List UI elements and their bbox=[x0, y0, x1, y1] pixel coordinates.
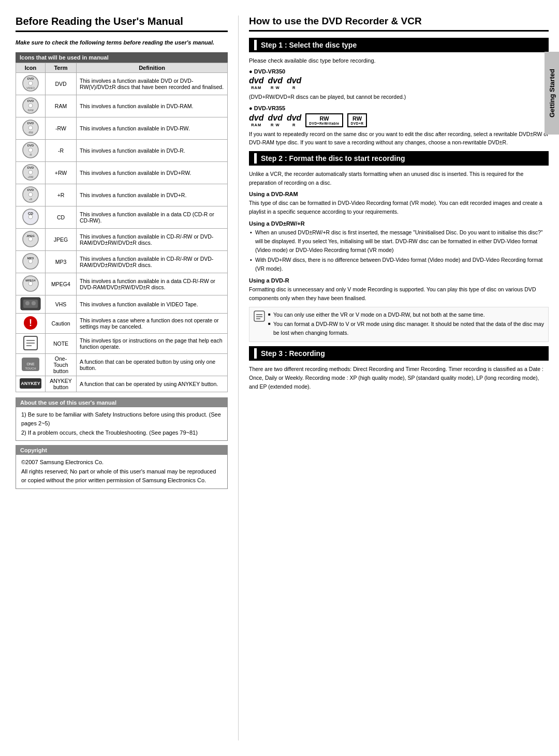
svg-text:+R: +R bbox=[29, 198, 33, 201]
table-row: MP3 MP3 This involves a function availab… bbox=[16, 250, 228, 273]
table-row: ANYKEY ANYKEY button A function that can… bbox=[16, 376, 228, 392]
list-item: With DVD+RW discs, there is no differenc… bbox=[249, 256, 549, 273]
def-cell: A function that can be operated button b… bbox=[77, 353, 228, 376]
about-item-2: 2) If a problem occurs, check the Troubl… bbox=[21, 428, 222, 438]
step2-heading: Step 2 : Format the disc to start record… bbox=[249, 151, 549, 166]
svg-point-28 bbox=[28, 237, 33, 241]
icon-cell: DVD-RW bbox=[16, 117, 46, 139]
dvd-vr350-label: ● DVD-VR350 bbox=[249, 68, 549, 75]
rw-box-1: RW DVD+ReWritable bbox=[305, 113, 343, 127]
table-row: DVD-R -R This involves a function availa… bbox=[16, 139, 228, 161]
copyright-box: Copyright ©2007 Samsung Electronics Co.A… bbox=[16, 445, 228, 489]
dvd355-r-sub: R bbox=[292, 123, 296, 127]
dvd-vr350-note: (DVD+RW/DVD+R discs can be played, but c… bbox=[249, 93, 549, 101]
dvd355-r-logo: dvd R bbox=[287, 114, 301, 127]
step1-body: If you want to repeatedly record on the … bbox=[249, 130, 549, 147]
icons-table-header: Icons that will be used in manual bbox=[16, 52, 228, 63]
dvd-rw-sub: R W bbox=[271, 85, 280, 90]
svg-text:ANYKEY: ANYKEY bbox=[21, 381, 40, 386]
term-cell: RAM bbox=[46, 95, 77, 117]
term-cell: DVD bbox=[46, 72, 77, 95]
step1-label: Step 1 : Select the disc type bbox=[261, 41, 357, 49]
dvd-r-logo: dvd R bbox=[287, 77, 301, 90]
svg-text:+RW: +RW bbox=[27, 175, 33, 179]
icon-table: Icon Term Definition DVDVIDEO DVD This i… bbox=[16, 63, 228, 392]
dvd355-ram-sub: RAM bbox=[251, 123, 261, 127]
dvd-ram-logo: dvd RAM bbox=[249, 77, 263, 90]
svg-text:RAM: RAM bbox=[27, 109, 33, 112]
left-title: Before Reading the User's Manual bbox=[16, 16, 228, 32]
table-row: DVD+RW +RW This involves a function avai… bbox=[16, 161, 228, 184]
svg-text:MPEG4: MPEG4 bbox=[25, 279, 36, 282]
dvd355-rw-text: dvd bbox=[268, 114, 282, 122]
table-row: MPEG4 MPEG4 This involves a function ava… bbox=[16, 273, 228, 295]
step1-subtext: Please check available disc type before … bbox=[249, 56, 549, 65]
term-cell: MPEG4 bbox=[46, 273, 77, 295]
dvd-vr350-logos: dvd RAM dvd R W dvd R bbox=[249, 77, 549, 90]
svg-text:-R: -R bbox=[29, 153, 32, 156]
svg-point-9 bbox=[28, 126, 33, 130]
step3-label: Step 3 : Recording bbox=[261, 349, 325, 358]
dvd-rw-text: dvd bbox=[268, 77, 282, 85]
step2-bar bbox=[254, 153, 257, 164]
term-cell: NOTE bbox=[46, 333, 77, 353]
italic-note: Make sure to check the following terms b… bbox=[16, 38, 228, 47]
def-cell: This involves a function available in VI… bbox=[77, 295, 228, 313]
svg-point-34 bbox=[28, 281, 33, 286]
list-item: You can only use either the VR or V mode… bbox=[268, 310, 544, 319]
icon-cell: DVDVIDEO bbox=[16, 72, 46, 95]
dvd-vr355-logos: dvd RAM dvd R W dvd R RW DVD+ReWritable … bbox=[249, 113, 549, 127]
dvd355-r-box-logo: RW DVD+R bbox=[347, 113, 367, 127]
term-cell: VHS bbox=[46, 295, 77, 313]
def-cell: This involves a function available in CD… bbox=[77, 228, 228, 250]
svg-point-13 bbox=[28, 148, 33, 152]
dvd-rw-logo: dvd R W bbox=[268, 77, 282, 90]
using-dvdr-title: Using a DVD-R bbox=[249, 277, 549, 284]
term-cell: Caution bbox=[46, 313, 77, 333]
icon-cell bbox=[16, 333, 46, 353]
list-item: You can format a DVD-RW to V or VR mode … bbox=[268, 320, 544, 337]
note-box: You can only use either the VR or V mode… bbox=[249, 307, 549, 342]
icon-cell: DVD-R bbox=[16, 139, 46, 161]
using-dvdram-title: Using a DVD-RAM bbox=[249, 191, 549, 197]
svg-text:!: ! bbox=[29, 318, 32, 328]
col-definition: Definition bbox=[77, 63, 228, 72]
icon-cell: MPEG4 bbox=[16, 273, 46, 295]
def-cell: A function that can be operated by using… bbox=[77, 376, 228, 392]
note-icon bbox=[254, 310, 265, 324]
step2-intro: Unlike a VCR, the recorder automatically… bbox=[249, 170, 549, 187]
table-row: DVD-RW -RW This involves a function avai… bbox=[16, 117, 228, 139]
side-tab: Getting Started bbox=[545, 52, 559, 135]
using-dvdram-text: This type of disc can be formatted in DV… bbox=[249, 199, 549, 216]
svg-text:MP3: MP3 bbox=[27, 257, 34, 260]
icon-cell: MP3 bbox=[16, 250, 46, 273]
rw-sub-1: DVD+ReWritable bbox=[309, 122, 339, 125]
list-item: When an unused DVD±RW/+R disc is first i… bbox=[249, 228, 549, 254]
rw-sub-2: DVD+R bbox=[351, 122, 364, 125]
svg-text:CD: CD bbox=[28, 212, 33, 215]
svg-point-1 bbox=[28, 81, 33, 85]
svg-text:DVD: DVD bbox=[27, 166, 34, 169]
dvd-ram-sub: RAM bbox=[251, 85, 261, 90]
def-cell: This involves a function available in DV… bbox=[77, 139, 228, 161]
using-dvdr-text: Formatting disc is unnecessary and only … bbox=[249, 285, 549, 303]
def-cell: This involves a function available in DV… bbox=[77, 184, 228, 206]
copyright-text: ©2007 Samsung Electronics Co.All rights … bbox=[21, 458, 222, 485]
table-row: ONETOUCH One-Touch button A function tha… bbox=[16, 353, 228, 376]
icon-cell bbox=[16, 295, 46, 313]
about-box-header: About the use of this user's manual bbox=[16, 398, 227, 407]
table-row: DVD+R +R This involves a function availa… bbox=[16, 184, 228, 206]
svg-text:VIDEO: VIDEO bbox=[26, 86, 35, 90]
icon-cell: DVD+R bbox=[16, 184, 46, 206]
dvd355-ram-logo: dvd RAM bbox=[249, 114, 263, 127]
rw-box-2: RW DVD+R bbox=[347, 113, 367, 127]
page-container: Before Reading the User's Manual Make su… bbox=[0, 0, 559, 756]
svg-text:ONE: ONE bbox=[26, 362, 35, 366]
note-content: You can only use either the VR or V mode… bbox=[268, 310, 544, 338]
step3-heading: Step 3 : Recording bbox=[249, 346, 549, 361]
step3-text: There are two different recording method… bbox=[249, 365, 549, 391]
dvd355-r-text: dvd bbox=[287, 114, 301, 122]
step2-label: Step 2 : Format the disc to start record… bbox=[261, 154, 405, 162]
about-item-1: 1) Be sure to be familiar with Safety In… bbox=[21, 410, 222, 428]
term-cell: -RW bbox=[46, 117, 77, 139]
